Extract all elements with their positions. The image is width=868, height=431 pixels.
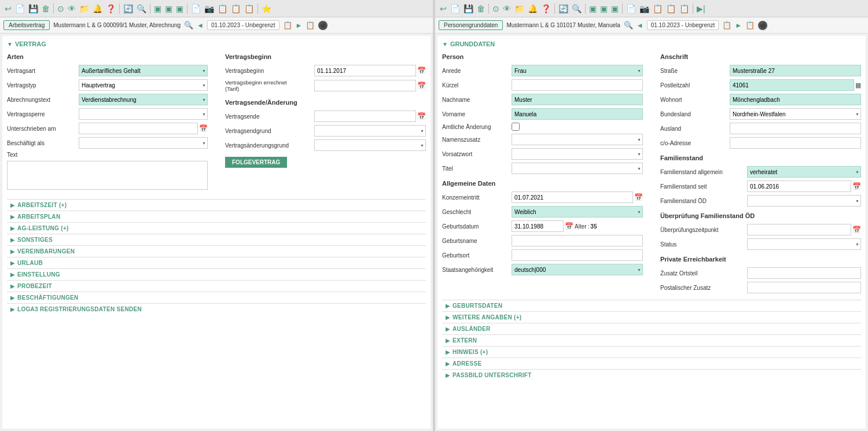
toolbar-help-icon[interactable]: ❓ xyxy=(105,3,117,14)
abrechnungstext-select[interactable]: Verdienstabrechnung xyxy=(79,94,208,105)
familienstand-seit-input[interactable] xyxy=(747,180,851,192)
r-nav-cal-icon[interactable]: 📋 xyxy=(722,21,731,30)
postalischer-zusatz-input[interactable] xyxy=(747,282,861,293)
anrede-select[interactable]: Frau xyxy=(512,65,643,76)
expand-sonstiges[interactable]: ▶ SONSTIGES xyxy=(7,234,426,245)
kuerzel-input[interactable] xyxy=(512,79,643,91)
konzerneintritt-input[interactable] xyxy=(512,191,633,203)
vertragsart-select[interactable]: Außertarifliches Gehalt xyxy=(79,65,208,76)
co-adresse-input[interactable] xyxy=(730,137,861,149)
expand-auslaender[interactable]: ▶ AUSLÄNDER xyxy=(442,323,861,334)
expand-adresse[interactable]: ▶ ADRESSE xyxy=(442,358,861,369)
toolbar-undo-icon[interactable]: ↩ xyxy=(3,3,13,14)
expand-beschaeftigungen[interactable]: ▶ BESCHÄFTIGUNGEN xyxy=(7,292,426,303)
status-select[interactable] xyxy=(747,238,861,250)
r-toolbar-bell-icon[interactable]: 🔔 xyxy=(527,3,539,14)
vertragssperre-select[interactable] xyxy=(79,108,208,120)
konzerneintritt-cal-icon[interactable]: 📅 xyxy=(634,193,643,201)
beschaeftigt-select[interactable] xyxy=(79,137,208,149)
toolbar-copy2-icon[interactable]: 📋 xyxy=(230,3,242,14)
r-toolbar-help-icon[interactable]: ❓ xyxy=(540,3,552,14)
postleitzahl-grid-icon[interactable]: ▦ xyxy=(855,82,861,89)
geburtsdatum-input[interactable] xyxy=(512,220,564,232)
r-nav-search-icon[interactable]: 🔍 xyxy=(624,21,633,30)
expand-probezeit[interactable]: ▶ PROBEZEIT xyxy=(7,280,426,292)
expand-urlaub[interactable]: ▶ URLAUB xyxy=(7,257,426,268)
geburtsort-input[interactable] xyxy=(512,249,643,261)
r-section-triangle-icon[interactable]: ▼ xyxy=(442,41,448,47)
r-nav-prev-arrow[interactable]: ◄ xyxy=(637,21,643,30)
r-nav-circle-icon[interactable]: ⚫ xyxy=(758,21,767,30)
vertragsbeginn-cal-icon[interactable]: 📅 xyxy=(417,67,426,75)
expand-ag-leistung[interactable]: ▶ AG-LEISTUNG (+) xyxy=(7,222,426,234)
expand-arbeitszeit[interactable]: ▶ ARBEITSZEIT (+) xyxy=(7,199,426,211)
r-toolbar-grid3-icon[interactable]: ▣ xyxy=(610,3,620,14)
vorsatzwort-select[interactable] xyxy=(512,148,643,160)
folgevertrag-button[interactable]: FOLGEVERTRAG xyxy=(225,157,287,168)
staatsangehoerigkeit-select[interactable]: deutsch|000 xyxy=(512,264,643,275)
toolbar-star-icon[interactable]: ⭐ xyxy=(260,3,273,14)
toolbar-camera-icon[interactable]: 📷 xyxy=(203,3,215,14)
r-toolbar-copy1-icon[interactable]: 📋 xyxy=(652,3,664,14)
nav-next-arrow[interactable]: ► xyxy=(296,21,303,30)
r-nav-next-arrow[interactable]: ► xyxy=(735,21,742,30)
toolbar-save-icon[interactable]: 💾 xyxy=(27,3,39,14)
vertragsbeginn-tarif-cal-icon[interactable]: 📅 xyxy=(417,82,426,90)
r-toolbar-view-icon[interactable]: 👁 xyxy=(502,3,512,14)
bundesland-select[interactable]: Nordrhein-Westfalen xyxy=(730,108,861,120)
r-toolbar-copy3-icon[interactable]: 📋 xyxy=(678,3,690,14)
geburtsname-input[interactable] xyxy=(512,235,643,246)
r-toolbar-camera-icon[interactable]: 📷 xyxy=(638,3,650,14)
vertragsende-input[interactable] xyxy=(314,110,416,122)
r-toolbar-delete-icon[interactable]: 🗑 xyxy=(476,3,486,14)
section-triangle-icon[interactable]: ▼ xyxy=(7,41,13,47)
r-toolbar-search-icon[interactable]: 🔍 xyxy=(571,3,583,14)
toolbar-cycle-icon[interactable]: 🔄 xyxy=(122,3,134,14)
unterschrieben-cal-icon[interactable]: 📅 xyxy=(199,124,208,132)
vertragstyp-select[interactable]: Hauptvertrag xyxy=(79,79,208,91)
toolbar-grid1-icon[interactable]: ▣ xyxy=(153,3,163,14)
vertragsbeginn-tarif-input[interactable] xyxy=(314,80,416,91)
familienstand-allgemein-select[interactable]: verheiratet xyxy=(747,166,861,178)
r-toolbar-arrow-icon[interactable]: ▶| xyxy=(696,3,707,14)
vorname-input[interactable] xyxy=(512,108,643,120)
nav-tab-arbeitsvertrag[interactable]: Arbeitsvertrag xyxy=(3,20,50,30)
postleitzahl-input[interactable] xyxy=(730,79,854,91)
expand-hinweis[interactable]: ▶ HINWEIS (+) xyxy=(442,346,861,358)
nav-search-icon[interactable]: 🔍 xyxy=(184,21,193,30)
geschlecht-select[interactable]: Weiblich xyxy=(512,206,643,218)
expand-loga3[interactable]: ▶ LOGA3 REGISTRIERUNGSDATEN SENDEN xyxy=(7,303,426,315)
expand-extern[interactable]: ▶ EXTERN xyxy=(442,334,861,346)
vertragsende-cal-icon[interactable]: 📅 xyxy=(417,112,426,120)
toolbar-doc-icon[interactable]: 📄 xyxy=(190,3,202,14)
nachname-input[interactable] xyxy=(512,94,643,105)
r-toolbar-refresh-icon[interactable]: ⊙ xyxy=(491,3,501,14)
namenszusatz-select[interactable] xyxy=(512,134,643,145)
wohnort-input[interactable] xyxy=(730,94,861,105)
toolbar-copy1-icon[interactable]: 📋 xyxy=(216,3,229,14)
geburtsdatum-cal-icon[interactable]: 📅 xyxy=(565,222,573,230)
titel-select[interactable] xyxy=(512,163,643,174)
r-toolbar-grid1-icon[interactable]: ▣ xyxy=(588,3,598,14)
expand-vereinbarungen[interactable]: ▶ VEREINBARUNGEN xyxy=(7,245,426,257)
r-nav-copy-icon[interactable]: 📋 xyxy=(745,21,755,30)
nav-cal-icon[interactable]: 📋 xyxy=(283,21,292,30)
r-toolbar-folder-icon[interactable]: 📁 xyxy=(513,3,525,14)
r-toolbar-save-icon[interactable]: 💾 xyxy=(462,3,475,14)
ausland-input[interactable] xyxy=(730,123,861,134)
r-toolbar-doc-icon[interactable]: 📄 xyxy=(625,3,637,14)
text-textarea[interactable] xyxy=(7,161,208,190)
unterschrieben-input[interactable] xyxy=(79,123,198,134)
toolbar-grid3-icon[interactable]: ▣ xyxy=(175,3,185,14)
r-toolbar-grid2-icon[interactable]: ▣ xyxy=(599,3,609,14)
nav-tab-personengrunddaten[interactable]: Personengrunddaten xyxy=(439,20,503,30)
toolbar-view-icon[interactable]: 👁 xyxy=(67,3,77,14)
nav-circle-icon[interactable]: ⚫ xyxy=(318,21,328,30)
nav-copy-icon[interactable]: 📋 xyxy=(306,21,315,30)
ueberpruefungszeitpunkt-cal-icon[interactable]: 📅 xyxy=(852,226,861,234)
ueberpruefungszeitpunkt-input[interactable] xyxy=(747,224,851,235)
expand-arbeitsplan[interactable]: ▶ ARBEITSPLAN xyxy=(7,211,426,222)
expand-weitere-angaben[interactable]: ▶ WEITERE ANGABEN (+) xyxy=(442,311,861,323)
expand-geburtsdaten[interactable]: ▶ GEBURTSDATEN xyxy=(442,300,861,311)
toolbar-search-icon[interactable]: 🔍 xyxy=(135,3,148,14)
